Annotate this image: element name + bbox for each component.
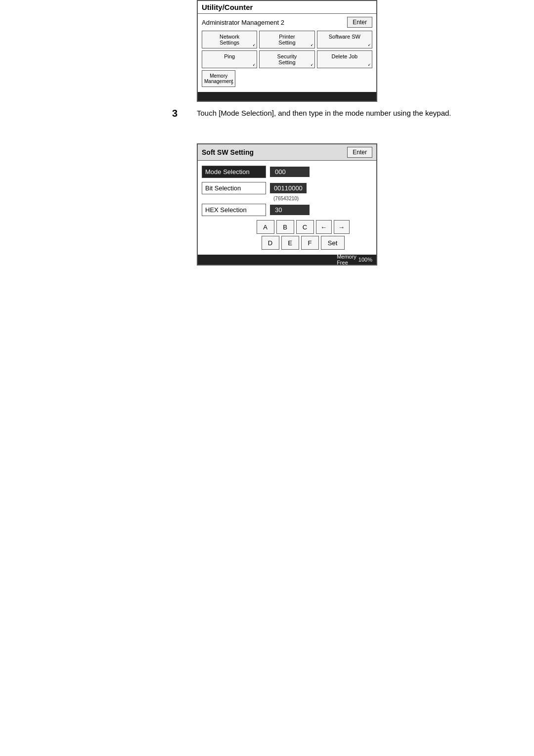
delete-job-button[interactable]: Delete Job↙ <box>317 50 372 68</box>
ping-button[interactable]: Ping↙ <box>202 50 257 68</box>
right-arrow-button[interactable]: → <box>334 220 350 234</box>
soft-sw-setting-panel: Soft SW Setting Enter Mode Selection 000… <box>197 143 377 266</box>
step-number: 3 <box>172 108 178 119</box>
utility-counter-title: Utility/Counter <box>198 1 376 14</box>
hex-b-button[interactable]: B <box>276 220 294 234</box>
memory-free-label: MemoryFree <box>337 254 356 266</box>
memory-management-button[interactable]: MemoryManagement↙ <box>202 70 235 87</box>
hex-f-button[interactable]: F <box>301 236 319 250</box>
panel1-footer <box>198 92 376 101</box>
mode-selection-label[interactable]: Mode Selection <box>202 166 266 178</box>
hex-selection-value: 30 <box>270 205 310 215</box>
hex-c-button[interactable]: C <box>296 220 314 234</box>
soft-sw-title: Soft SW Setting <box>202 148 347 156</box>
utility-counter-panel: Utility/Counter Administrator Management… <box>197 0 377 102</box>
soft-sw-enter-button[interactable]: Enter <box>347 147 372 158</box>
security-setting-button[interactable]: SecuritySetting↙ <box>259 50 314 68</box>
admin-management-label: Administrator Management 2 <box>202 19 347 26</box>
bit-selection-row: Bit Selection 00110000 <box>202 182 372 194</box>
mode-selection-value: 000 <box>270 167 310 177</box>
printer-setting-button[interactable]: PrinterSetting↙ <box>259 31 314 48</box>
network-settings-button[interactable]: NetworkSettings↙ <box>202 31 257 48</box>
admin-enter-button[interactable]: Enter <box>347 17 372 28</box>
hex-buttons-row1: A B C ← → <box>202 220 372 234</box>
bit-sub-label: (76543210) <box>273 196 372 201</box>
hex-buttons-row2: D E F Set <box>202 236 372 250</box>
hex-d-button[interactable]: D <box>262 236 279 250</box>
bit-selection-label[interactable]: Bit Selection <box>202 182 266 194</box>
memory-percent: 100% <box>358 257 372 263</box>
hex-e-button[interactable]: E <box>281 236 299 250</box>
left-arrow-button[interactable]: ← <box>316 220 332 234</box>
step-text: Touch [Mode Selection], and then type in… <box>197 108 503 119</box>
bit-selection-value: 00110000 <box>270 183 307 193</box>
hex-selection-label[interactable]: HEX Selection <box>202 204 266 216</box>
mode-selection-row: Mode Selection 000 <box>202 166 372 178</box>
software-sw-button[interactable]: Software SW↙ <box>317 31 372 48</box>
hex-a-button[interactable]: A <box>257 220 274 234</box>
hex-selection-row: HEX Selection 30 <box>202 204 372 216</box>
panel2-footer: MemoryFree 100% <box>197 255 377 266</box>
set-button[interactable]: Set <box>321 236 345 250</box>
